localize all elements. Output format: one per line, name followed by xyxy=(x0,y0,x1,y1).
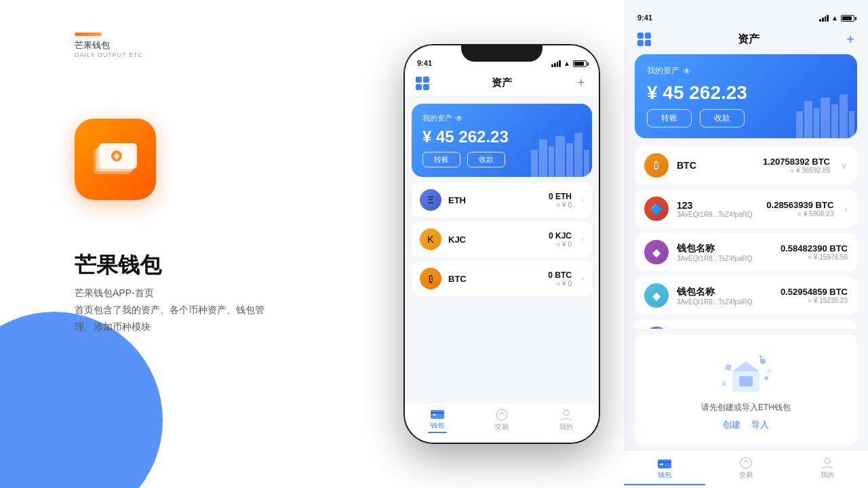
decorative-blob xyxy=(0,312,163,488)
coin-approx-btc: ≈ ¥ 0 xyxy=(548,280,572,287)
tab-mine-label: 我的 xyxy=(559,422,573,432)
right-coin-item-wallet2[interactable]: ◆ 钱包名称 3AvEQt1R8...TsZ4fpaRQ 0.52954859 … xyxy=(635,277,857,314)
grid-icon[interactable] xyxy=(416,77,429,90)
right-status-time: 9:41 xyxy=(637,14,652,22)
phone-body: 9:41 ▲ 资产 + xyxy=(403,44,600,444)
svg-rect-21 xyxy=(840,94,848,138)
asset-label: 我的资产 👁 xyxy=(422,113,581,123)
right-nav-title: 资产 xyxy=(738,33,760,47)
right-receive-button[interactable]: 收款 xyxy=(700,109,745,127)
right-add-button[interactable]: + xyxy=(846,32,854,47)
wallet-tab-icon xyxy=(430,407,445,420)
svg-rect-19 xyxy=(821,98,830,138)
right-wallet1-logo: ◆ xyxy=(644,240,669,264)
brand-sub: DAILY OUTPUT BTC xyxy=(75,52,143,58)
eth-logo: Ξ xyxy=(420,189,441,211)
right-coin-list: ₿ BTC 1.20758392 BTC ≈ ¥ 36592.89 ∨ 🔷 12… xyxy=(624,146,868,329)
brand-name-top: 芒果钱包 xyxy=(75,39,110,52)
right-coin-info-123: 123 3AvEQt1R8...TsZ4fpaRQ xyxy=(677,200,758,218)
eth-prompt-illustration: + + xyxy=(719,348,773,395)
coin-right-kjc: 0 KJC ≈ ¥ 0 xyxy=(549,231,572,248)
right-coin-arrow-123: › xyxy=(844,203,848,214)
tab-trade[interactable]: 交易 xyxy=(469,403,534,437)
coin-item-btc[interactable]: ₿ BTC 0 BTC ≈ ¥ 0 › xyxy=(412,261,592,296)
svg-rect-13 xyxy=(433,414,436,415)
svg-rect-25 xyxy=(739,376,753,386)
phone-coin-list: Ξ ETH 0 ETH ≈ ¥ 0 › K KJC xyxy=(405,182,599,402)
battery-icon xyxy=(573,60,587,67)
eth-prompt-buttons: 创建 导入 xyxy=(723,419,769,431)
right-grid-icon[interactable] xyxy=(637,33,651,46)
svg-rect-11 xyxy=(431,410,444,419)
phone-nav: 资产 + xyxy=(405,70,599,97)
svg-rect-18 xyxy=(814,108,819,138)
right-tab-mine[interactable]: 我的 xyxy=(787,451,868,485)
right-tab-trade[interactable]: 交易 xyxy=(705,451,787,485)
right-123-logo: 🔷 xyxy=(644,197,669,221)
right-transfer-button[interactable]: 转账 xyxy=(647,109,692,127)
app-icon xyxy=(75,119,156,200)
tab-trade-label: 交易 xyxy=(495,422,509,432)
right-trade-tab-icon xyxy=(738,457,753,469)
svg-rect-12 xyxy=(431,412,444,413)
svg-rect-29 xyxy=(722,382,726,386)
right-tab-wallet[interactable]: 钱包 xyxy=(624,451,705,485)
coin-approx-kjc: ≈ ¥ 0 xyxy=(549,241,572,248)
right-mine-tab-icon xyxy=(820,457,835,469)
mine-tab-icon xyxy=(559,409,574,421)
phone-notch xyxy=(461,44,542,62)
svg-point-14 xyxy=(496,409,507,420)
right-eye-icon[interactable]: 👁 xyxy=(683,66,691,76)
right-wifi-icon: ▲ xyxy=(831,14,838,22)
right-coin-info-btc: BTC xyxy=(677,160,755,171)
coin-right-btc: 0 BTC ≈ ¥ 0 xyxy=(548,270,572,287)
add-button[interactable]: + xyxy=(574,77,588,90)
coin-item-kjc[interactable]: K KJC 0 KJC ≈ ¥ 0 › xyxy=(412,222,592,257)
phone-tabbar: 钱包 交易 我的 xyxy=(405,402,599,443)
tab-mine[interactable]: 我的 xyxy=(534,403,599,437)
svg-text:+: + xyxy=(768,367,772,375)
phone-mockup: 9:41 ▲ 资产 + xyxy=(380,0,624,488)
eye-icon[interactable]: 👁 xyxy=(455,114,463,123)
kjc-logo: K xyxy=(420,228,441,250)
right-coin-arrow-btc: ∨ xyxy=(841,160,848,171)
coin-balance-btc: 0 BTC xyxy=(548,270,572,280)
coin-info-kjc: KJC xyxy=(448,235,542,245)
transfer-button[interactable]: 转账 xyxy=(422,152,460,167)
status-icons: ▲ xyxy=(551,60,587,67)
tab-active-indicator xyxy=(428,432,447,433)
right-wallet-tab-icon xyxy=(657,457,672,469)
right-panel: 9:41 ▲ 资产 + 我的资产 👁 ¥ 45 2 xyxy=(624,0,868,488)
coin-arrow-btc: › xyxy=(581,274,584,283)
coin-name-btc: BTC xyxy=(448,274,541,284)
right-coin-item-123[interactable]: 🔷 123 3AvEQt1R8...TsZ4fpaRQ 0.28563939 B… xyxy=(635,190,857,228)
brand-desc: 芒果钱包APP-首页 首页包含了我的资产、各个币种资产、钱包管 理、添加币种模块 xyxy=(75,285,264,336)
nav-title: 资产 xyxy=(492,77,512,89)
tab-wallet[interactable]: 钱包 xyxy=(405,403,469,437)
eth-create-button[interactable]: 创建 xyxy=(723,419,741,431)
svg-rect-6 xyxy=(549,146,554,177)
svg-point-36 xyxy=(825,458,830,464)
right-coin-item-wallet1[interactable]: ◆ 钱包名称 3AvEQt1R8...TsZ4fpaRQ 0.58482390 … xyxy=(635,233,857,271)
right-tab-mine-label: 我的 xyxy=(821,470,834,480)
right-coin-item-btc[interactable]: ₿ BTC 1.20758392 BTC ≈ ¥ 36592.89 ∨ xyxy=(635,146,857,184)
receive-button[interactable]: 收款 xyxy=(467,152,505,167)
right-coin-item-eth[interactable]: Ξ ETH 1.62508483 ETH ≈ ¥ 1268.87 › xyxy=(635,320,857,329)
status-time: 9:41 xyxy=(417,59,432,67)
svg-rect-17 xyxy=(804,101,812,138)
right-wallet2-logo: ◆ xyxy=(644,283,669,308)
eth-import-button[interactable]: 导入 xyxy=(751,419,769,431)
btc-logo: ₿ xyxy=(420,268,441,289)
asset-card: 我的资产 👁 ¥ 45 262.23 转账 收款 xyxy=(412,104,592,177)
eth-wallet-prompt: + + 请先创建或导入ETH钱包 创建 导入 xyxy=(635,334,857,445)
right-coin-name-btc: BTC xyxy=(677,160,755,171)
svg-marker-24 xyxy=(732,361,760,371)
coin-arrow-eth: › xyxy=(581,195,584,205)
coin-item-eth[interactable]: Ξ ETH 0 ETH ≈ ¥ 0 › xyxy=(412,182,592,218)
wifi-icon: ▲ xyxy=(564,60,570,67)
coin-arrow-kjc: › xyxy=(581,235,584,244)
svg-point-15 xyxy=(564,410,569,415)
right-card-city-bg xyxy=(789,84,857,138)
coin-approx-eth: ≈ ¥ 0 xyxy=(549,201,572,209)
coin-balance-kjc: 0 KJC xyxy=(549,231,572,241)
